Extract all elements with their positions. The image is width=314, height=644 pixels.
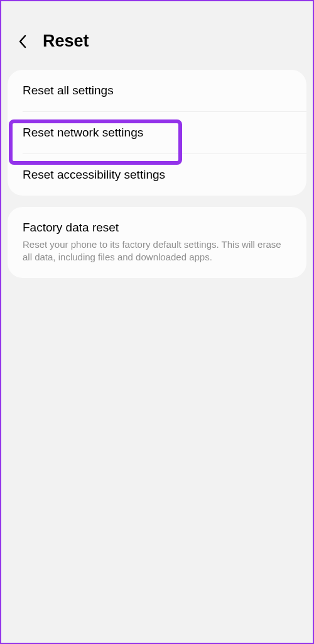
reset-network-settings-item[interactable]: Reset network settings xyxy=(8,112,306,153)
reset-accessibility-settings-item[interactable]: Reset accessibility settings xyxy=(8,154,306,196)
list-item-label: Reset all settings xyxy=(23,84,291,97)
list-item-label: Reset accessibility settings xyxy=(23,168,291,182)
back-icon[interactable] xyxy=(15,34,30,49)
settings-group-1: Reset all settings Reset network setting… xyxy=(8,70,306,196)
factory-data-reset-item[interactable]: Factory data reset Reset your phone to i… xyxy=(8,207,306,278)
list-item-subtitle: Reset your phone to its factory default … xyxy=(23,238,291,264)
settings-group-2: Factory data reset Reset your phone to i… xyxy=(8,207,306,278)
reset-all-settings-item[interactable]: Reset all settings xyxy=(8,70,306,111)
list-item-label: Factory data reset xyxy=(23,221,291,235)
header: Reset xyxy=(1,1,313,70)
list-item-label: Reset network settings xyxy=(23,126,291,140)
page-title: Reset xyxy=(43,31,89,51)
